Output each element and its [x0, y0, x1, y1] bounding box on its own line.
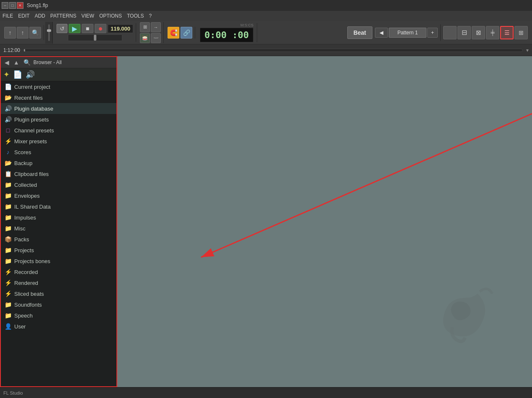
browser-item-il-shared-data[interactable]: 📁 IL Shared Data	[1, 201, 116, 212]
browser-item-mixer-presets[interactable]: ⚡ Mixer presets	[1, 136, 116, 147]
right-toolbar: Beat ◀ Pattern 1 + ⊟ ⊠ ╪	[345, 23, 530, 43]
status-bar: FL Studio	[0, 387, 532, 398]
browser-item-collected[interactable]: 📁 Collected	[1, 179, 116, 190]
playlist-button[interactable]	[443, 26, 457, 39]
browser-sound-button[interactable]: 🔊	[26, 70, 35, 79]
browser-view-button[interactable]: ☰	[500, 26, 514, 39]
browser-item-label: Recent files	[14, 95, 43, 101]
plugin-picker-button[interactable]: ⊞	[514, 26, 528, 39]
browser-item-recorded[interactable]: ⚡ Recorded	[1, 266, 116, 277]
play-button[interactable]: ▶	[69, 24, 80, 33]
current-project-icon: 📄	[4, 83, 12, 90]
browser-item-envelopes[interactable]: 📁 Envelopes	[1, 190, 116, 201]
speech-icon: 📁	[4, 312, 12, 319]
browser-add-button[interactable]: ✦	[3, 70, 10, 79]
browser-item-current-project[interactable]: 📄 Current project	[1, 81, 116, 92]
menu-tools[interactable]: TOOLS	[127, 13, 144, 19]
tool-buttons: ⊞ → 🥁 〰	[137, 22, 164, 43]
browser-item-label: Impulses	[14, 215, 36, 221]
browser-item-scores[interactable]: ♪ Scores	[1, 147, 116, 158]
piano-roll-button[interactable]: ⊠	[472, 26, 485, 39]
restore-button[interactable]: □	[9, 2, 16, 9]
drum-button[interactable]: 🥁	[140, 33, 150, 43]
menu-help[interactable]: ?	[149, 13, 152, 19]
browser-item-label: Packs	[14, 236, 29, 243]
pitch-slider[interactable]	[68, 34, 122, 41]
arrow-right-button[interactable]: →	[151, 22, 161, 32]
add-pattern-button[interactable]: +	[427, 28, 438, 38]
title-bar-buttons: – □ ✕	[2, 2, 23, 9]
browser-search-button[interactable]: 🔍	[22, 59, 32, 66]
browser-up-button[interactable]: ▲	[12, 59, 21, 66]
browser-item-label: Recorded	[14, 269, 38, 275]
browser-item-clipboard-files[interactable]: 📋 Clipboard files	[1, 168, 116, 179]
sliced-beats-icon: ⚡	[4, 290, 12, 297]
master-volume-slider[interactable]	[45, 22, 53, 44]
beat-label[interactable]: Beat	[347, 26, 372, 39]
content-area: ◀ ▲ 🔍 Browser - All ✦ 📄 🔊 📄 Current proj…	[0, 56, 532, 387]
minimize-button[interactable]: –	[2, 2, 8, 9]
user-icon: 👤	[4, 323, 12, 330]
browser-item-label: Projects	[14, 247, 34, 253]
clipboard-files-icon: 📋	[4, 171, 12, 177]
wave-button[interactable]: 〰	[151, 33, 161, 43]
browser-item-plugin-presets[interactable]: 🔊 Plugin presets	[1, 114, 116, 125]
recent-files-icon: 📂	[4, 94, 12, 101]
menu-add[interactable]: ADD	[35, 13, 45, 19]
grid-button[interactable]: ⊞	[140, 22, 150, 32]
browser-item-misc[interactable]: 📁 Misc	[1, 223, 116, 234]
browser-item-user[interactable]: 👤 User	[1, 321, 116, 332]
menu-bar: FILE EDIT ADD PATTERNS VIEW OPTIONS TOOL…	[0, 11, 532, 21]
svg-line-1	[201, 106, 532, 257]
fl-logo-watermark	[415, 269, 498, 354]
song-position-bar[interactable]	[23, 49, 523, 52]
record-button[interactable]: ●	[95, 24, 106, 33]
plugin-database-icon: 🔊	[4, 105, 12, 112]
up-button[interactable]: ↑	[17, 27, 28, 39]
browser-item-projects-bones[interactable]: 📁 Projects bones	[1, 256, 116, 266]
browser-item-soundfonts[interactable]: 📁 Soundfonts	[1, 299, 116, 310]
browser-item-rendered[interactable]: ⚡ Rendered	[1, 277, 116, 288]
browser-item-channel-presets[interactable]: □ Channel presets	[1, 125, 116, 136]
browser-item-impulses[interactable]: 📁 Impulses	[1, 212, 116, 223]
browser-item-speech[interactable]: 📁 Speech	[1, 310, 116, 321]
scores-icon: ♪	[4, 149, 12, 155]
browser-item-backup[interactable]: 📂 Backup	[1, 158, 116, 168]
magnet-button[interactable]: 🧲	[168, 27, 179, 39]
browser-new-button[interactable]: 📄	[13, 70, 22, 79]
stop-button[interactable]: ■	[82, 24, 93, 33]
pattern-name[interactable]: Pattern 1	[389, 28, 426, 38]
channel-rack-button[interactable]: ⊟	[457, 26, 471, 39]
arrow-button[interactable]: ↑	[4, 27, 16, 39]
browser-item-packs[interactable]: 📦 Packs	[1, 234, 116, 245]
menu-view[interactable]: VIEW	[81, 13, 94, 19]
close-button[interactable]: ✕	[17, 2, 23, 9]
soundfonts-icon: 📁	[4, 301, 12, 308]
link-button[interactable]: 🔗	[181, 27, 192, 39]
browser-item-label: User	[14, 323, 26, 330]
browser-item-label: Envelopes	[14, 193, 40, 199]
menu-file[interactable]: FILE	[3, 13, 13, 19]
search-button[interactable]: 🔍	[29, 27, 41, 39]
browser-item-sliced-beats[interactable]: ⚡ Sliced beats	[1, 288, 116, 299]
loop-button[interactable]: ↺	[57, 24, 67, 33]
bpm-display[interactable]: 119.000	[108, 24, 133, 33]
app-wrapper: – □ ✕ Song1.flp FILE EDIT ADD PATTERNS V…	[0, 0, 532, 398]
envelopes-icon: 📁	[4, 192, 12, 199]
song-time: 1:12:00	[3, 47, 20, 53]
time-display: 0:00 :00	[200, 28, 253, 42]
browser-item-plugin-database[interactable]: 🔊 Plugin database	[1, 103, 116, 114]
browser-item-label: Sliced beats	[14, 291, 44, 297]
browser-back-button[interactable]: ◀	[3, 59, 10, 66]
browser-item-label: Mixer presets	[14, 138, 47, 145]
recorded-icon: ⚡	[4, 269, 12, 275]
window-title: Song1.flp	[27, 3, 48, 8]
menu-edit[interactable]: EDIT	[18, 13, 29, 19]
browser-item-recent-files[interactable]: 📂 Recent files	[1, 92, 116, 103]
left-pattern-arrow[interactable]: ◀	[375, 28, 388, 38]
browser-header: ◀ ▲ 🔍 Browser - All	[1, 57, 116, 68]
mixer-button[interactable]: ╪	[486, 26, 499, 39]
menu-options[interactable]: OPTIONS	[99, 13, 122, 19]
menu-patterns[interactable]: PATTERNS	[50, 13, 76, 19]
browser-item-projects[interactable]: 📁 Projects	[1, 245, 116, 256]
